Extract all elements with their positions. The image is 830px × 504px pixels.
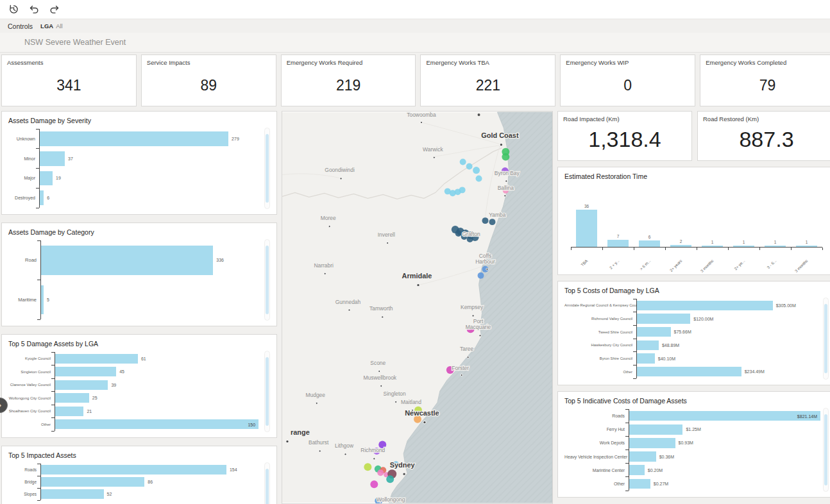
chart-scrollbar[interactable] [264, 239, 270, 321]
chart-title: Top 5 Impacted Assets [8, 451, 270, 459]
bar-3-months[interactable] [796, 246, 817, 247]
bar-other[interactable] [55, 419, 258, 429]
chart-scrollbar[interactable] [823, 298, 829, 380]
bar-byron-shire-council[interactable] [637, 353, 655, 363]
bar-6-m[interactable] [639, 240, 660, 247]
bar-shoalhaven-city-council[interactable] [55, 407, 83, 416]
bar-2-ye[interactable] [733, 246, 754, 247]
bar-roads[interactable] [41, 465, 226, 474]
bar-singleton-council[interactable] [55, 367, 116, 376]
bar-row: Byron Shire Council$40.10M [564, 352, 820, 365]
event-dot[interactable] [459, 187, 466, 193]
city-label-moree: Moree [321, 215, 336, 221]
bar-track: $75.66M [636, 325, 820, 339]
bar-clarence-valley-council[interactable] [55, 380, 108, 390]
data-label: 5 [47, 298, 49, 302]
bar-track: 39 [55, 378, 262, 392]
event-dot[interactable] [466, 164, 473, 170]
data-label: 37 [68, 156, 73, 161]
bar-tweed-shire-council[interactable] [637, 327, 671, 337]
event-dot[interactable] [502, 153, 509, 161]
bar-marintine-center[interactable] [629, 465, 645, 475]
bar-wollongong-city-council[interactable] [55, 393, 89, 403]
bar-work-depots[interactable] [629, 438, 675, 448]
chart-scrollbar[interactable] [264, 351, 270, 432]
bar-destroyed[interactable] [40, 190, 44, 205]
event-dot[interactable] [478, 273, 484, 279]
scrollbar-thumb[interactable] [266, 469, 269, 504]
scrollbar-thumb[interactable] [824, 304, 827, 373]
bar-2-y[interactable] [607, 240, 629, 247]
scrollbar-thumb[interactable] [266, 246, 269, 314]
bar-row: Ferry Hut$1.25M [564, 423, 820, 436]
city-marker-narrabri [324, 273, 326, 274]
event-dot[interactable] [460, 159, 466, 165]
city-label-warwick: Warwick [423, 146, 443, 153]
bar-track: $305.00M [636, 299, 820, 312]
event-dot[interactable] [455, 230, 462, 237]
bar-ferry-hut[interactable] [629, 424, 682, 435]
bar-track: $234.49M [636, 365, 820, 378]
bar-tba[interactable] [576, 210, 597, 247]
bar-heavy-vehicle-inspection-center[interactable] [629, 451, 656, 462]
city-label-taree: Taree [460, 346, 473, 352]
bar-hawkesbury-city-council[interactable] [637, 340, 659, 350]
chart-title: Estimated Restoration Time [564, 172, 829, 180]
column-3-months-4: 1 [697, 183, 728, 247]
scrollbar-thumb[interactable] [266, 357, 269, 426]
bar-3-6[interactable] [765, 246, 786, 247]
bar-track: $821.14M [629, 409, 820, 423]
bar-minor[interactable] [40, 151, 65, 166]
bar-3-months[interactable] [702, 246, 723, 247]
event-dot[interactable] [377, 469, 384, 476]
bar-bridge[interactable] [41, 477, 144, 486]
category-label: Singleton Council [8, 370, 55, 374]
redo-icon[interactable] [47, 3, 62, 17]
map-panel: ToowoombaGold CoastWarwickGoondiwindiByr… [282, 111, 553, 504]
chart-scrollbar[interactable] [264, 128, 270, 209]
bar-unknown[interactable] [40, 131, 228, 146]
bar-2-years[interactable] [670, 245, 691, 247]
scrollbar-thumb[interactable] [266, 134, 269, 203]
bar-row: Slopes52 [8, 488, 262, 500]
bar-other[interactable] [637, 367, 741, 376]
kpi-card-road-restored-km: Road Restored (Km)887.3 [697, 111, 830, 161]
category-label: Road [8, 257, 40, 263]
bar-row: Armidale Regional Council & Kempsey Coun… [564, 299, 820, 312]
bar-kyogle-council[interactable] [55, 354, 138, 364]
kpi-label: Service Impacts [147, 59, 271, 66]
bar-armidale-regional-council-kempsey-council[interactable] [637, 301, 773, 310]
map-canvas[interactable]: ToowoombaGold CoastWarwickGoondiwindiByr… [282, 112, 552, 503]
event-dot[interactable] [370, 480, 378, 488]
tab-controls[interactable]: Controls [0, 22, 40, 30]
chart-scrollbar[interactable] [264, 462, 270, 504]
undo-icon[interactable] [27, 3, 41, 17]
bar-slopes[interactable] [41, 489, 104, 498]
data-label: $0.93M [679, 441, 693, 445]
bar-richmond-valley-council[interactable] [637, 314, 690, 323]
city-marker-goondiwindi [340, 178, 342, 180]
chart-plot-area: Roads154Bridge86Slopes52 [8, 462, 270, 504]
category-label: Tweed Shire Council [564, 330, 636, 334]
event-dot[interactable] [482, 217, 489, 224]
bar-maritime[interactable] [41, 285, 44, 315]
bar-roads[interactable] [629, 411, 820, 421]
kpi-value: 79 [700, 77, 830, 94]
lga-filter[interactable]: LGA All [40, 22, 63, 29]
event-dot[interactable] [364, 463, 371, 471]
bar-track: 154 [40, 464, 262, 476]
bar-major[interactable] [40, 171, 53, 186]
tick-label: 2+ years [668, 258, 682, 273]
event-dot[interactable] [476, 175, 482, 181]
bar-road[interactable] [41, 246, 213, 275]
history-icon[interactable] [6, 3, 21, 17]
tick-label: 2+ ye... [733, 258, 745, 271]
city-label-gunnedah: Gunnedah [335, 299, 361, 305]
chart-card-top-5-costs-of-damage-by-lga: Top 5 Costs of Damage by LGAArmidale Reg… [557, 281, 830, 385]
scrollbar-thumb[interactable] [824, 414, 827, 485]
chart-scrollbar[interactable] [823, 408, 829, 492]
event-dot[interactable] [489, 219, 495, 225]
event-dot[interactable] [473, 167, 480, 174]
bar-other[interactable] [629, 479, 650, 489]
event-dot[interactable] [386, 475, 394, 483]
